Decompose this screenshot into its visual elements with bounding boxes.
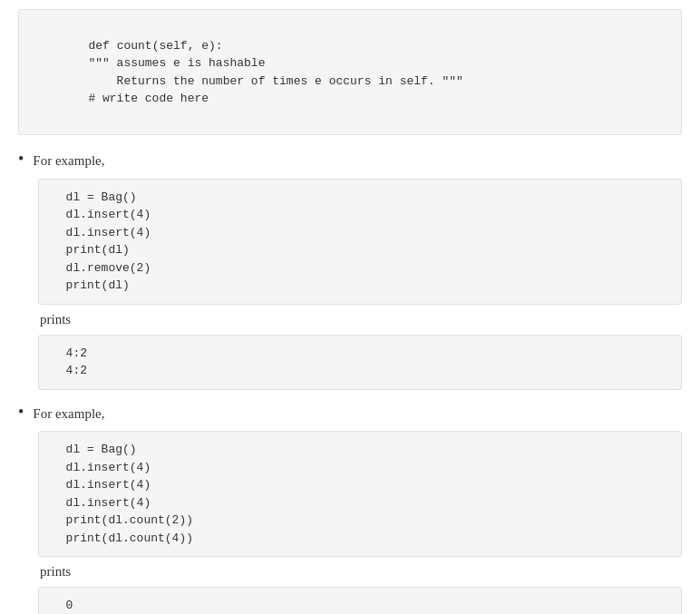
top-code-line-4: # write code here: [32, 92, 209, 105]
top-code-line-1: def count(self, e):: [60, 39, 222, 53]
bullet-item-2: • For example,: [18, 403, 682, 424]
sections-container: • For example, dl = Bag() dl.insert(4) d…: [18, 150, 682, 614]
section-2: • For example, dl = Bag() dl.insert(4) d…: [18, 403, 682, 615]
top-code-block: def count(self, e): """ assumes e is has…: [18, 9, 682, 135]
bullet-text-1: For example,: [33, 150, 104, 171]
section-2-content: dl = Bag() dl.insert(4) dl.insert(4) dl.…: [38, 431, 682, 614]
bullet-dot-2: •: [18, 401, 24, 424]
top-code-section: def count(self, e): """ assumes e is has…: [18, 9, 682, 135]
example-code-2: dl = Bag() dl.insert(4) dl.insert(4) dl.…: [38, 431, 682, 557]
bullet-item-1: • For example,: [18, 150, 682, 171]
output-code-1: 4:2 4:2: [38, 335, 682, 390]
top-code-line-2: """ assumes e is hashable: [32, 56, 265, 70]
bullet-dot-1: •: [18, 148, 24, 171]
prints-label-1: prints: [38, 312, 682, 327]
prints-label-2: prints: [38, 564, 682, 580]
top-code-line-3: Returns the number of times e occurs in …: [32, 74, 463, 88]
bullet-text-2: For example,: [33, 403, 104, 424]
output-code-2: 0 3: [38, 587, 682, 614]
section-1: • For example, dl = Bag() dl.insert(4) d…: [18, 150, 682, 390]
section-1-content: dl = Bag() dl.insert(4) dl.insert(4) pri…: [38, 179, 682, 390]
example-code-1: dl = Bag() dl.insert(4) dl.insert(4) pri…: [38, 179, 682, 305]
